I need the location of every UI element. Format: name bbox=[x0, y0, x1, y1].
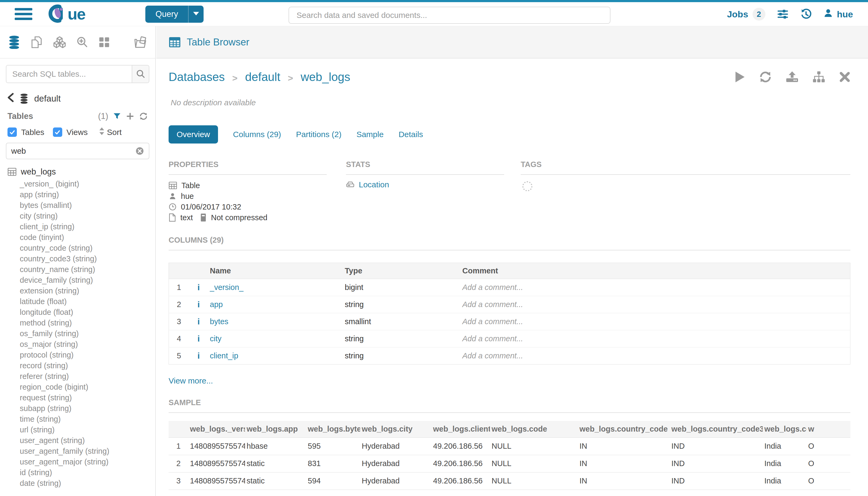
tree-column-item[interactable]: os_major (string) bbox=[7, 339, 149, 350]
column-index: 2 bbox=[169, 296, 189, 313]
views-checkbox[interactable] bbox=[53, 127, 62, 137]
tree-column-item[interactable]: user_agent_family (string) bbox=[7, 446, 149, 456]
table-description[interactable]: No description available bbox=[171, 98, 850, 107]
tree-table-web-logs[interactable]: web_logs bbox=[7, 165, 149, 179]
info-icon[interactable]: i bbox=[189, 279, 208, 296]
tree-column-item[interactable]: country_code3 (string) bbox=[7, 253, 149, 264]
hamburger-menu-button[interactable] bbox=[15, 8, 32, 20]
column-type: smallint bbox=[343, 313, 461, 330]
table-filter-input[interactable] bbox=[11, 146, 136, 156]
tree-column-item[interactable]: request (string) bbox=[7, 392, 149, 403]
tree-column-item[interactable]: method (string) bbox=[7, 317, 149, 328]
tree-column-item[interactable]: app (string) bbox=[7, 189, 149, 200]
column-comment-placeholder[interactable]: Add a comment... bbox=[461, 330, 850, 347]
refresh-icon[interactable] bbox=[759, 71, 772, 83]
database-icon[interactable] bbox=[8, 35, 20, 49]
tree-column-item[interactable]: record (string) bbox=[7, 360, 149, 371]
folder-doc-icon[interactable] bbox=[134, 36, 147, 49]
tree-column-item[interactable]: client_ip (string) bbox=[7, 221, 149, 232]
column-comment-placeholder[interactable]: Add a comment... bbox=[461, 347, 850, 365]
query-dropdown-button[interactable] bbox=[188, 5, 204, 23]
tree-column-item[interactable]: device_family (string) bbox=[7, 275, 149, 285]
funnel-icon[interactable] bbox=[113, 112, 121, 120]
search-plus-icon[interactable] bbox=[76, 36, 88, 48]
apps-grid-icon[interactable] bbox=[98, 36, 110, 48]
history-icon[interactable] bbox=[800, 8, 812, 20]
breadcrumb-database[interactable]: default bbox=[245, 70, 280, 84]
tree-column-item[interactable]: bytes (smallint) bbox=[7, 200, 149, 211]
breadcrumb-table[interactable]: web_logs bbox=[301, 70, 350, 84]
sliders-icon[interactable] bbox=[777, 8, 789, 20]
view-more-link[interactable]: View more... bbox=[169, 376, 213, 385]
tree-column-item[interactable]: subapp (string) bbox=[7, 403, 149, 414]
upload-icon[interactable] bbox=[786, 71, 799, 83]
column-name-link[interactable]: client_ip bbox=[210, 352, 238, 360]
user-menu[interactable]: hue bbox=[823, 8, 853, 20]
tree-column-item[interactable]: _version_ (bigint) bbox=[7, 179, 149, 189]
clear-circle-icon[interactable] bbox=[136, 147, 144, 155]
tree-column-item[interactable]: user_agent (string) bbox=[7, 435, 149, 446]
tables-checkbox[interactable] bbox=[7, 127, 17, 137]
sql-search-button[interactable] bbox=[132, 65, 149, 82]
tab-columns[interactable]: Columns (29) bbox=[233, 130, 281, 139]
user-icon bbox=[169, 192, 177, 200]
cubes-icon[interactable] bbox=[53, 36, 66, 49]
sort-control[interactable]: Sort bbox=[99, 127, 122, 137]
close-icon[interactable] bbox=[839, 71, 850, 82]
column-name-link[interactable]: _version_ bbox=[210, 283, 244, 292]
play-icon[interactable] bbox=[735, 71, 745, 83]
database-breadcrumb[interactable]: default bbox=[6, 93, 149, 105]
tree-column-item[interactable]: longitude (float) bbox=[7, 307, 149, 317]
chevron-left-icon[interactable] bbox=[7, 93, 14, 105]
jobs-link[interactable]: Jobs 2 bbox=[727, 8, 765, 20]
tab-details[interactable]: Details bbox=[399, 130, 423, 139]
sitemap-icon[interactable] bbox=[812, 71, 825, 83]
tree-column-item[interactable]: region_code (bigint) bbox=[7, 382, 149, 392]
tree-column-item[interactable]: os_family (string) bbox=[7, 328, 149, 339]
column-name-link[interactable]: app bbox=[210, 300, 223, 309]
tree-column-item[interactable]: extension (string) bbox=[7, 285, 149, 296]
documents-icon[interactable] bbox=[30, 36, 43, 49]
tree-column-item[interactable]: country_code (string) bbox=[7, 243, 149, 253]
refresh-icon[interactable] bbox=[139, 112, 148, 121]
tree-column-item[interactable]: id (string) bbox=[7, 467, 149, 478]
info-icon[interactable]: i bbox=[189, 347, 208, 365]
sample-header-cell: web_logs.country_name bbox=[763, 421, 807, 437]
location-link[interactable]: Location bbox=[346, 180, 504, 189]
tree-column-item[interactable]: referer (string) bbox=[7, 371, 149, 382]
query-button[interactable]: Query bbox=[145, 5, 188, 23]
tables-checkbox-label[interactable]: Tables bbox=[21, 128, 44, 137]
column-comment-placeholder[interactable]: Add a comment... bbox=[461, 313, 850, 330]
column-type: string bbox=[343, 330, 461, 347]
tree-column-item[interactable]: url (string) bbox=[7, 424, 149, 435]
plus-icon[interactable] bbox=[126, 112, 135, 121]
global-search-input[interactable] bbox=[288, 7, 611, 24]
info-icon[interactable]: i bbox=[189, 313, 208, 330]
sample-header-cell: web_logs.app bbox=[245, 421, 306, 437]
tree-column-item[interactable]: user_agent_major (string) bbox=[7, 456, 149, 467]
tree-column-item[interactable]: country_name (string) bbox=[7, 264, 149, 275]
properties-title: PROPERTIES bbox=[169, 160, 327, 175]
views-checkbox-label[interactable]: Views bbox=[66, 128, 88, 137]
tree-column-item[interactable]: code (tinyint) bbox=[7, 232, 149, 243]
tree-column-item[interactable]: time (string) bbox=[7, 414, 149, 424]
tree-column-item[interactable]: protocol (string) bbox=[7, 350, 149, 360]
breadcrumb-databases[interactable]: Databases bbox=[169, 70, 225, 84]
info-icon[interactable]: i bbox=[189, 330, 208, 347]
hue-logo[interactable]: ue bbox=[48, 4, 85, 24]
column-comment-placeholder[interactable]: Add a comment... bbox=[461, 296, 850, 313]
sample-cell: Hyderabad bbox=[360, 455, 431, 472]
tab-partitions[interactable]: Partitions (2) bbox=[296, 130, 342, 139]
column-name-link[interactable]: city bbox=[210, 334, 222, 343]
tab-sample[interactable]: Sample bbox=[357, 130, 384, 139]
tree-column-item[interactable]: latitude (float) bbox=[7, 296, 149, 307]
column-name-link[interactable]: bytes bbox=[210, 317, 228, 326]
tree-column-item[interactable]: city (string) bbox=[7, 211, 149, 221]
sample-cell: hbase bbox=[245, 437, 306, 455]
column-comment-placeholder[interactable]: Add a comment... bbox=[461, 279, 850, 296]
sql-search-input[interactable] bbox=[6, 65, 132, 82]
tab-overview[interactable]: Overview bbox=[169, 125, 218, 143]
sample-cell: static bbox=[245, 472, 306, 490]
info-icon[interactable]: i bbox=[189, 296, 208, 313]
tree-column-item[interactable]: date (string) bbox=[7, 478, 149, 489]
